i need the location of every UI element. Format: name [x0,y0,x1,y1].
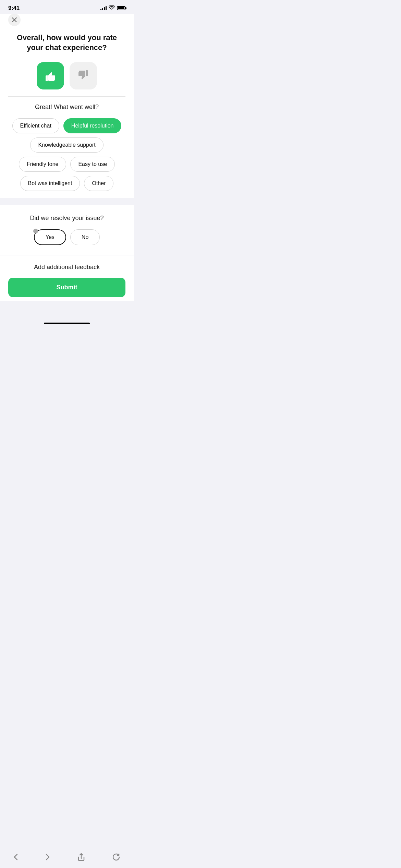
main-question: Overall, how would you rate your chat ex… [8,33,125,52]
feedback-label: Add additional feedback [8,264,125,271]
yes-button[interactable]: Yes [34,229,66,245]
chips-container: Efficient chat Helpful resolution Knowle… [8,118,125,191]
spacer [0,301,134,318]
divider-3 [0,255,134,255]
battery-icon [117,6,125,10]
chip-knowledgeable-support[interactable]: Knowledgeable support [30,137,103,153]
yes-indicator [33,229,38,233]
chip-other[interactable]: Other [84,176,113,191]
went-well-question: Great! What went well? [8,104,125,111]
chip-helpful-resolution[interactable]: Helpful resolution [63,118,122,133]
status-time: 9:41 [8,5,20,12]
signal-icon [100,6,107,10]
resolve-buttons: Yes No [8,229,125,245]
chip-easy-to-use[interactable]: Easy to use [70,157,115,172]
feedback-section: Add additional feedback [0,255,134,278]
chip-friendly-tone[interactable]: Friendly tone [19,157,66,172]
wifi-icon [109,5,115,11]
thumbdown-button[interactable] [70,62,97,89]
top-section: Overall, how would you rate your chat ex… [0,14,134,198]
resolve-question: Did we resolve your issue? [8,215,125,222]
chip-bot-intelligent[interactable]: Bot was intelligent [20,176,80,191]
submit-button[interactable]: Submit [8,278,125,297]
resolve-section: Did we resolve your issue? Yes No [0,205,134,255]
close-button[interactable] [8,14,21,26]
no-button[interactable]: No [70,229,100,245]
divider-1 [8,96,125,97]
thumbup-button[interactable] [37,62,64,89]
submit-btn-container: Submit [0,278,134,301]
divider-2 [8,198,125,198]
status-icons [100,5,125,11]
bottom-spacer [0,324,134,328]
rating-buttons [8,62,125,89]
status-bar: 9:41 [0,0,134,14]
chip-efficient-chat[interactable]: Efficient chat [12,118,59,133]
